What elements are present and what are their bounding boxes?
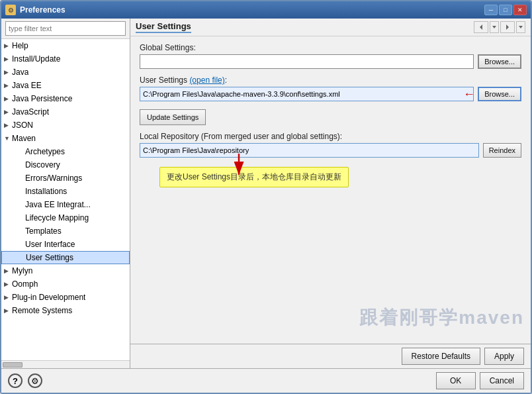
right-content: Global Settings: Browse... User Settings… (130, 36, 531, 344)
sidebar-item-user-settings[interactable]: User Settings (1, 251, 130, 264)
nav-forward-dropdown-button[interactable] (516, 21, 525, 33)
sidebar-item-templates[interactable]: Templates (1, 224, 130, 238)
sidebar-item-archetypes[interactable]: Archetypes (1, 145, 130, 158)
sidebar-item-errors-warnings[interactable]: Errors/Warnings (1, 172, 130, 185)
update-settings-button[interactable]: Update Settings (140, 109, 206, 125)
help-icon[interactable]: ? (8, 373, 22, 388)
open-file-link[interactable]: (open file) (189, 75, 224, 85)
sidebar-item-label: Lifecycle Mapping (25, 213, 89, 222)
svg-marker-2 (506, 25, 509, 30)
sidebar-item-plugin-development[interactable]: ▶ Plug-in Development (1, 291, 130, 304)
horizontal-scrollbar[interactable] (1, 360, 130, 368)
scroll-thumb[interactable] (3, 362, 22, 368)
user-settings-row: ← Browse... (140, 87, 521, 101)
restore-defaults-button[interactable]: Restore Defaults (402, 348, 480, 365)
global-browse-button[interactable]: Browse... (478, 54, 521, 69)
sidebar-item-label: Discovery (25, 160, 60, 170)
window-controls: ─ □ ✕ (484, 5, 527, 15)
user-settings-group: User Settings (open file): ← Browse... (140, 75, 521, 101)
cancel-button[interactable]: Cancel (480, 372, 524, 389)
update-settings-group: Update Settings (140, 108, 521, 125)
filter-box (1, 19, 130, 39)
ok-button[interactable]: OK (436, 372, 476, 389)
close-button[interactable]: ✕ (513, 5, 527, 15)
nav-back-button[interactable] (474, 21, 488, 33)
minimize-button[interactable]: ─ (484, 5, 498, 15)
sidebar-item-label: Templates (25, 226, 62, 236)
nav-dropdown-button[interactable] (490, 21, 499, 33)
global-settings-row: Browse... (140, 54, 521, 69)
sidebar-item-install-update[interactable]: ▶ Install/Update (1, 52, 130, 66)
sidebar-item-remote-systems[interactable]: ▶ Remote Systems (1, 304, 130, 317)
sidebar-item-java[interactable]: ▶ Java (1, 66, 130, 79)
sidebar-item-java-ee[interactable]: ▶ Java EE (1, 79, 130, 92)
global-settings-group: Global Settings: Browse... (140, 43, 521, 69)
arrow-icon: ▶ (4, 69, 12, 75)
user-settings-input[interactable] (140, 87, 474, 101)
preferences-window: ⚙ Preferences ─ □ ✕ ▶ Help ▶ Install/ (0, 0, 532, 394)
svg-marker-3 (519, 26, 523, 28)
sidebar-item-label: Install/Update (12, 54, 60, 64)
arrow-icon: ▶ (4, 82, 12, 89)
sidebar-item-oomph[interactable]: ▶ Oomph (1, 277, 130, 291)
filter-input[interactable] (5, 21, 126, 36)
sidebar-item-label: JavaScript (12, 107, 49, 117)
sidebar-item-javascript[interactable]: ▶ JavaScript (1, 105, 130, 119)
sidebar-item-java-ee-integration[interactable]: Java EE Integrat... (1, 198, 130, 211)
arrow-icon: ▶ (4, 122, 12, 128)
bottom-left-icons: ? ⚙ (8, 373, 42, 388)
maximize-button[interactable]: □ (499, 5, 512, 15)
content-area: ▶ Help ▶ Install/Update ▶ Java ▶ Java EE… (1, 19, 531, 368)
window-icon: ⚙ (5, 5, 16, 15)
sidebar-item-java-persistence[interactable]: ▶ Java Persistence (1, 92, 130, 105)
arrow-icon: ▶ (4, 109, 12, 115)
nav-forward-button[interactable] (500, 21, 515, 33)
sidebar-item-lifecycle-mapping[interactable]: Lifecycle Mapping (1, 211, 130, 224)
arrow-icon: ▶ (4, 281, 12, 287)
sidebar-item-maven[interactable]: ▼ Maven (1, 132, 130, 145)
sidebar-item-user-interface[interactable]: User Interface (1, 238, 130, 251)
sidebar-item-mylyn[interactable]: ▶ Mylyn (1, 264, 130, 277)
svg-marker-1 (492, 26, 496, 28)
reindex-button[interactable]: Reindex (483, 143, 521, 158)
sidebar-item-installations[interactable]: Installations (1, 185, 130, 198)
arrow-annotation-area: 更改User Settings目录后，本地仓库目录自动更新 (140, 160, 521, 187)
sidebar-item-discovery[interactable]: Discovery (1, 158, 130, 172)
sidebar-item-label: Errors/Warnings (25, 173, 82, 183)
sidebar-item-json[interactable]: ▶ JSON (1, 119, 130, 132)
right-header: User Settings (130, 19, 531, 36)
local-repo-input[interactable] (140, 143, 479, 158)
ok-cancel-group: OK Cancel (436, 372, 524, 389)
bottom-actions-bar: Restore Defaults Apply (130, 344, 531, 368)
sidebar-item-label: User Settings (26, 253, 73, 262)
sidebar-item-help[interactable]: ▶ Help (1, 39, 130, 52)
page-title: User Settings (136, 21, 191, 33)
arrow-icon: ▶ (4, 294, 12, 301)
arrow-icon: ▼ (4, 135, 12, 142)
sidebar-item-label: User Interface (25, 240, 75, 249)
local-repo-label: Local Repository (From merged user and g… (140, 132, 521, 141)
sidebar-item-label: Remote Systems (12, 306, 72, 315)
sidebar-item-label: JSON (12, 121, 33, 130)
sidebar-item-label: Plug-in Development (12, 293, 85, 302)
red-arrow-left-icon: ← (463, 87, 475, 101)
sidebar-item-label: Maven (12, 134, 36, 143)
sidebar-item-label: Java EE Integrat... (25, 200, 91, 209)
sidebar-item-label: Java Persistence (12, 94, 72, 103)
apply-button[interactable]: Apply (484, 348, 524, 365)
sidebar-item-label: Archetypes (25, 147, 65, 156)
user-browse-button[interactable]: Browse... (478, 87, 521, 101)
sidebar-item-label: Java (12, 68, 28, 77)
arrow-icon: ▶ (4, 307, 12, 314)
settings-icon[interactable]: ⚙ (28, 373, 42, 388)
arrow-icon: ▶ (4, 95, 12, 102)
global-settings-label: Global Settings: (140, 43, 521, 52)
watermark-text: 跟着刚哥学maven (359, 305, 524, 330)
global-settings-input[interactable] (140, 54, 474, 69)
right-panel: User Settings (130, 19, 531, 368)
sidebar-item-label: Oomph (12, 279, 38, 289)
sidebar-item-label: Help (12, 41, 28, 50)
arrow-icon: ▶ (4, 56, 12, 62)
local-repo-row: Reindex (140, 143, 521, 158)
local-repo-section: Local Repository (From merged user and g… (140, 132, 521, 158)
